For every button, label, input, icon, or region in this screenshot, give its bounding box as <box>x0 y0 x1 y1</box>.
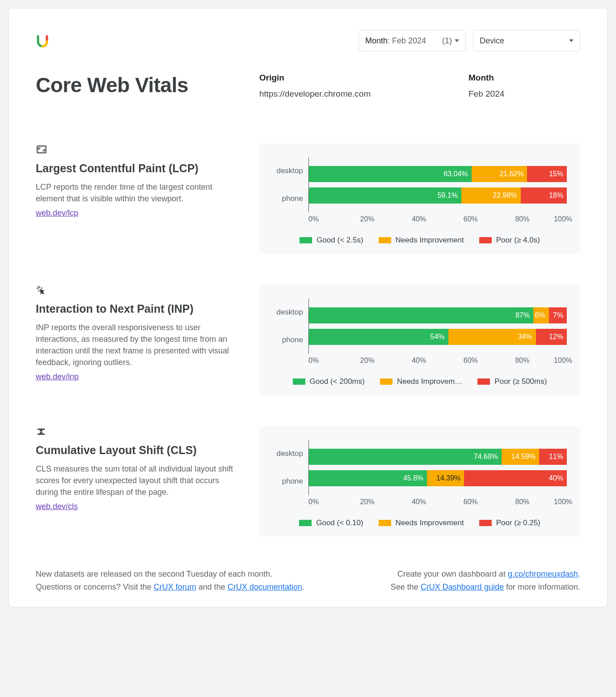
report-card: Month: Feb 2024 (1) Device Core Web Vita… <box>8 8 608 608</box>
x-axis: 0% 20% 40% 60% 80% 100% <box>308 357 567 365</box>
category-label: phone <box>273 332 303 348</box>
month-filter-label: Month <box>365 36 388 45</box>
legend: Good (< 0.10) Needs Improvement Poor (≥ … <box>273 518 567 527</box>
metric-inp-info: Interaction to Next Paint (INP) INP repo… <box>36 285 241 382</box>
category-label: phone <box>273 191 303 207</box>
category-label: desktop <box>273 163 303 179</box>
footer-text: Create your own dashboard at <box>397 570 508 578</box>
x-tick: 100% <box>554 498 572 506</box>
category-label: desktop <box>273 304 303 320</box>
crux-forum-link[interactable]: CrUX forum <box>154 582 196 591</box>
legend: Good (< 200ms) Needs Improvem… Poor (≥ 5… <box>273 377 567 386</box>
metric-lcp: Largest Contentful Paint (LCP) LCP repor… <box>36 144 580 254</box>
bar-row: 45.8% 14.39% 40% <box>309 470 567 486</box>
swatch-good-icon <box>300 237 312 243</box>
topbar: Month: Feb 2024 (1) Device <box>36 30 580 51</box>
legend-good: Good (< 2.5s) <box>300 236 363 245</box>
bar-segment-poor: 18% <box>521 187 567 204</box>
x-tick: 100% <box>554 215 572 223</box>
device-filter-dropdown[interactable]: Device <box>473 30 580 51</box>
category-label: phone <box>273 473 303 489</box>
crux-logo-icon <box>36 34 49 47</box>
x-tick: 20% <box>360 215 412 223</box>
bar-segment-good: 59.1% <box>309 187 461 204</box>
metric-link[interactable]: web.dev/lcp <box>36 208 78 217</box>
metric-link[interactable]: web.dev/inp <box>36 372 79 381</box>
bar-row: 87% 6% 7% <box>309 307 567 323</box>
metric-cls: Cumulative Layout Shift (CLS) CLS measur… <box>36 426 580 536</box>
bar-segment-ni: 14.59% <box>502 449 539 465</box>
x-tick: 100% <box>554 357 572 365</box>
bar-segment-poor: 7% <box>549 307 567 323</box>
metric-desc: CLS measures the sum total of all indivi… <box>36 463 241 498</box>
legend-poor: Poor (≥ 500ms) <box>477 377 547 386</box>
month-filter-count: (1) <box>442 36 452 46</box>
metric-lcp-info: Largest Contentful Paint (LCP) LCP repor… <box>36 144 241 218</box>
x-axis: 0% 20% 40% 60% 80% 100% <box>308 498 567 506</box>
metric-title: Largest Contentful Paint (LCP) <box>36 162 241 175</box>
bar-segment-ni: 6% <box>533 307 549 323</box>
bar-segment-good: 87% <box>309 307 533 323</box>
chromeuxdash-link[interactable]: g.co/chromeuxdash <box>508 570 578 578</box>
legend: Good (< 2.5s) Needs Improvement Poor (≥ … <box>273 236 567 245</box>
bar-segment-poor: 12% <box>536 329 567 345</box>
footer-right: Create your own dashboard at g.co/chrome… <box>391 568 580 594</box>
chart-plot: 63.04% 21.62% 15% 59.1% 22.98% 18% <box>308 157 567 212</box>
x-tick: 40% <box>412 498 464 506</box>
chart-plot: 87% 6% 7% 54% 34% 12% <box>308 298 567 354</box>
device-filter-label: Device <box>480 36 504 46</box>
legend-ni: Needs Improvement <box>379 236 464 245</box>
x-tick: 40% <box>412 357 464 365</box>
inp-chart: desktop phone 87% 6% 7% 54% 34% 12% <box>259 285 580 395</box>
month-filter-value: : Feb 2024 <box>388 36 426 45</box>
legend-poor: Poor (≥ 0.25) <box>479 518 540 527</box>
metric-link[interactable]: web.dev/cls <box>36 502 78 511</box>
crux-guide-link[interactable]: CrUX Dashboard guide <box>421 582 504 591</box>
legend-good: Good (< 0.10) <box>299 518 363 527</box>
swatch-poor-icon <box>479 237 492 243</box>
bar-segment-poor: 40% <box>464 470 567 486</box>
lcp-chart: desktop phone 63.04% 21.62% 15% 59.1% 22… <box>259 144 580 254</box>
swatch-poor-icon <box>477 378 490 385</box>
bar-segment-ni: 34% <box>448 329 536 345</box>
aspect-ratio-icon <box>36 144 241 157</box>
y-axis-labels: desktop phone <box>273 157 308 212</box>
footer-text: Questions or concerns? Visit the <box>36 582 154 591</box>
bar-row: 54% 34% 12% <box>309 329 567 345</box>
header: Core Web Vitals Origin https://developer… <box>36 73 580 99</box>
filter-controls: Month: Feb 2024 (1) Device <box>359 30 580 51</box>
x-tick: 20% <box>360 498 412 506</box>
month-filter-dropdown[interactable]: Month: Feb 2024 (1) <box>359 30 466 51</box>
layout-shift-icon <box>36 426 241 439</box>
x-tick: 60% <box>464 357 515 365</box>
bar-segment-good: 74.68% <box>309 449 502 465</box>
crux-docs-link[interactable]: CrUX documentation <box>228 582 302 591</box>
metric-desc: LCP reports the render time of the large… <box>36 181 241 204</box>
swatch-ni-icon <box>380 378 392 385</box>
footer-left: New datasets are released on the second … <box>36 568 304 594</box>
x-tick: 0% <box>308 215 360 223</box>
bar-segment-good: 45.8% <box>309 470 427 486</box>
swatch-poor-icon <box>479 520 492 526</box>
bar-segment-ni: 22.98% <box>461 187 521 204</box>
bar-segment-good: 63.04% <box>309 166 472 182</box>
bar-segment-ni: 14.39% <box>427 470 464 486</box>
origin-meta: Origin https://developer.chrome.com <box>259 73 460 99</box>
bar-row: 59.1% 22.98% 18% <box>309 187 567 204</box>
bar-row: 74.68% 14.59% 11% <box>309 449 567 465</box>
chevron-down-icon <box>455 39 459 42</box>
swatch-ni-icon <box>379 237 391 243</box>
metric-desc: INP reports the overall responsiveness t… <box>36 322 241 368</box>
x-tick: 40% <box>412 215 464 223</box>
metric-title: Interaction to Next Paint (INP) <box>36 302 241 315</box>
category-label: desktop <box>273 446 303 462</box>
month-value: Feb 2024 <box>468 89 580 99</box>
chevron-down-icon <box>569 39 574 42</box>
bar-segment-ni: 21.62% <box>472 166 527 182</box>
y-axis-labels: desktop phone <box>273 298 308 354</box>
footer-text: and the <box>196 582 228 591</box>
legend-ni: Needs Improvement <box>379 518 464 527</box>
footer: New datasets are released on the second … <box>36 568 580 594</box>
bar-segment-poor: 15% <box>527 166 567 182</box>
x-axis: 0% 20% 40% 60% 80% 100% <box>308 215 567 223</box>
